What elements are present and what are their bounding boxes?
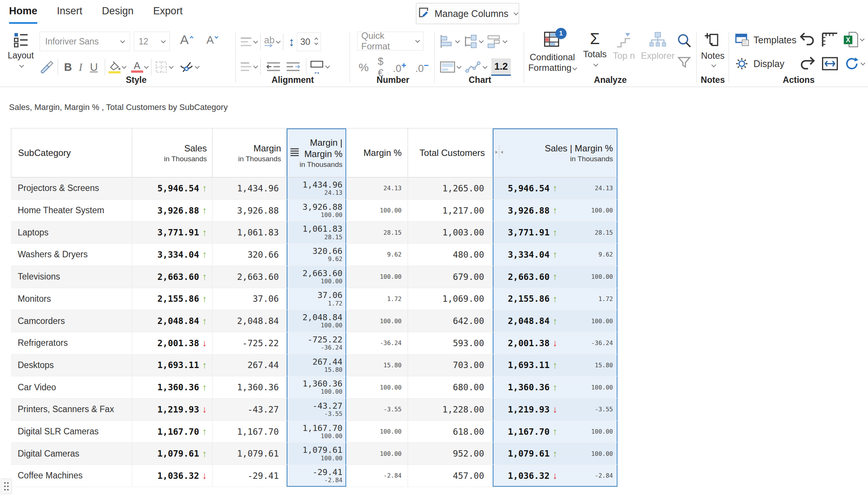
drag-handle[interactable] — [1, 478, 12, 494]
tab-design[interactable]: Design — [102, 5, 134, 24]
layout-button[interactable]: Layout — [6, 32, 35, 84]
cell-sales[interactable]: 1,079.61↑ — [132, 443, 212, 465]
templates-button[interactable]: Templates — [735, 32, 796, 47]
cell-total-customers[interactable]: 1,003.00 — [408, 222, 493, 244]
cell-sales[interactable]: 1,693.11↑ — [132, 354, 212, 377]
cell-sales[interactable]: 1,360.36↑ — [132, 376, 212, 399]
cell-total-customers[interactable]: 680.00 — [408, 376, 493, 399]
cell-margin-pct[interactable]: 100.00 — [346, 421, 408, 443]
cell-subcategory[interactable]: Projectors & Screens — [11, 177, 132, 200]
cell-sales-combo[interactable]: 1,079.61↑100.00 — [493, 443, 617, 465]
cell-total-customers[interactable]: 642.00 — [408, 310, 493, 332]
cell-margin-pct[interactable]: 100.00 — [346, 376, 408, 399]
italic-button[interactable]: I — [79, 61, 83, 73]
cell-margin-pct[interactable]: 15.80 — [346, 354, 408, 377]
cell-sales[interactable]: 2,155.86↑ — [132, 288, 212, 310]
bold-button[interactable]: B — [64, 61, 72, 73]
cell-margin-pct[interactable]: -36.24 — [346, 332, 408, 354]
cell-sales[interactable]: 3,926.88↑ — [132, 200, 212, 222]
search-button[interactable] — [676, 32, 692, 50]
cell-total-customers[interactable]: 1,228.00 — [408, 399, 493, 421]
decrease-decimal-button[interactable]: .0− — [415, 61, 429, 75]
cell-sales-combo[interactable]: 5,946.54↑24.13 — [493, 177, 617, 200]
redo-button[interactable] — [799, 55, 816, 74]
cell-subcategory[interactable]: Laptops — [11, 222, 132, 244]
cell-margin-combo[interactable]: -29.41-2.84 — [287, 465, 346, 487]
stepper-down-icon[interactable] — [315, 41, 318, 45]
cell-total-customers[interactable]: 952.00 — [408, 443, 493, 465]
cell-sales[interactable]: 2,663.60↑ — [132, 266, 212, 288]
vertical-align-button[interactable] — [240, 37, 257, 47]
hierarchy-chart-button[interactable] — [463, 34, 483, 49]
column-header-sales-combo[interactable]: Sales | Margin % in Thousands — [493, 128, 617, 177]
display-button[interactable]: Display — [735, 57, 784, 71]
cell-subcategory[interactable]: Digital Cameras — [11, 443, 132, 465]
cell-margin-combo[interactable]: 320.669.62 — [287, 244, 346, 266]
cell-sales[interactable]: 3,771.91↑ — [132, 222, 212, 244]
cell-total-customers[interactable]: 1,265.00 — [408, 177, 493, 200]
wrap-text-button[interactable]: ab — [264, 36, 280, 47]
quick-format-select[interactable]: Quick Format — [357, 32, 423, 50]
cell-subcategory[interactable]: Home Theater System — [11, 200, 132, 222]
cell-sales-combo[interactable]: 3,926.88↑100.00 — [493, 200, 617, 222]
cell-sales-combo[interactable]: 1,693.11↑15.80 — [493, 354, 617, 377]
cell-sales[interactable]: 1,219.93↓ — [132, 399, 212, 421]
cell-margin-combo[interactable]: 1,434.9624.13 — [287, 177, 346, 200]
cell-margin-combo[interactable]: 2,663.60100.00 — [287, 266, 346, 288]
cell-margin-combo[interactable]: 1,079.61100.00 — [287, 443, 346, 465]
filter-button[interactable] — [677, 55, 692, 72]
cell-margin-pct[interactable]: 24.13 — [346, 177, 408, 200]
cell-margin[interactable]: 2,048.84 — [212, 310, 287, 332]
column-header-total-customers[interactable]: Total Customers — [408, 128, 493, 177]
increase-font-size-button[interactable]: A — [180, 32, 193, 47]
cell-margin[interactable]: -43.27 — [212, 399, 287, 421]
column-header-subcategory[interactable]: SubCategory — [11, 128, 132, 177]
cell-subcategory[interactable]: Camcorders — [11, 310, 132, 332]
cell-sales-combo[interactable]: 2,001.38↓-36.24 — [493, 332, 617, 354]
cell-subcategory[interactable]: Televisions — [11, 266, 132, 288]
decrease-font-size-button[interactable]: A — [206, 34, 218, 46]
hamburger-icon[interactable] — [290, 147, 300, 159]
manage-columns-button[interactable]: Manage Columns — [416, 3, 519, 24]
export-excel-button[interactable]: X — [843, 31, 864, 48]
cell-margin-pct[interactable]: 100.00 — [346, 443, 408, 465]
column-header-sales[interactable]: Sales in Thousands — [132, 128, 212, 177]
cell-margin-pct[interactable]: 100.00 — [346, 200, 408, 222]
undo-button[interactable] — [799, 31, 816, 50]
stepper-up-icon[interactable] — [315, 38, 318, 41]
fill-color-button[interactable] — [108, 61, 126, 73]
cell-sales-combo[interactable]: 2,663.60↑100.00 — [493, 266, 617, 288]
cell-margin[interactable]: 1,360.36 — [212, 376, 287, 399]
notes-button[interactable]: Notes — [698, 32, 727, 68]
bar-chart-button[interactable] — [439, 34, 459, 49]
decrease-indent-button[interactable] — [266, 61, 281, 72]
cell-sales-combo[interactable]: 2,048.84↑100.00 — [493, 310, 617, 332]
cell-margin-pct[interactable]: 28.15 — [346, 222, 408, 244]
cell-margin-combo[interactable]: 1,360.36100.00 — [287, 376, 346, 399]
cell-margin-combo[interactable]: 2,048.84100.00 — [287, 310, 346, 332]
totals-button[interactable]: Σ Totals — [582, 31, 608, 67]
hide-values-button[interactable] — [179, 60, 199, 74]
cell-total-customers[interactable]: 703.00 — [408, 354, 493, 377]
cell-sales[interactable]: 5,946.54↑ — [132, 177, 212, 200]
sparkline-button[interactable] — [465, 60, 487, 74]
cell-margin[interactable]: 37.06 — [212, 288, 287, 310]
layout-chart-button[interactable] — [487, 34, 507, 49]
cell-margin-combo[interactable]: 3,926.88100.00 — [287, 200, 346, 222]
increase-indent-button[interactable] — [286, 61, 301, 72]
cell-subcategory[interactable]: Car Video — [11, 376, 132, 399]
cell-margin-combo[interactable]: 267.4415.80 — [287, 354, 346, 377]
tab-export[interactable]: Export — [153, 5, 183, 24]
column-width-button[interactable]: ↔ — [309, 60, 329, 73]
cell-total-customers[interactable]: 593.00 — [408, 332, 493, 354]
cell-margin[interactable]: 3,926.88 — [212, 200, 287, 222]
cell-sales[interactable]: 2,001.38↓ — [132, 332, 212, 354]
font-name-select[interactable]: Inforiver Sans — [40, 32, 130, 51]
cell-subcategory[interactable]: Desktops — [11, 354, 132, 377]
cell-sales[interactable]: 2,048.84↑ — [132, 310, 212, 332]
font-size-select[interactable]: 12 — [134, 32, 170, 51]
column-header-margin-combo[interactable]: Margin | Margin % in Thousands — [287, 128, 346, 177]
number-display-button[interactable]: 1.2 — [491, 58, 511, 76]
tab-home[interactable]: Home — [9, 5, 37, 24]
cell-margin-combo[interactable]: 1,061.8328.15 — [287, 222, 346, 244]
